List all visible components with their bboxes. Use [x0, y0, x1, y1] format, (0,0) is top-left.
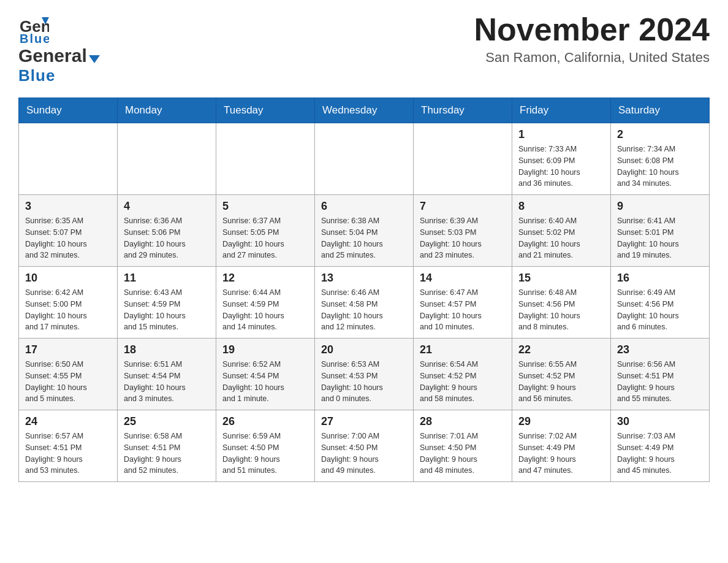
day-number: 14	[420, 272, 506, 285]
calendar-cell: 20Sunrise: 6:53 AMSunset: 4:53 PMDayligh…	[315, 339, 414, 410]
day-number: 22	[518, 343, 604, 356]
calendar-cell	[414, 123, 512, 195]
day-number: 8	[518, 200, 604, 213]
day-info: Sunrise: 6:46 AMSunset: 4:58 PMDaylight:…	[321, 287, 407, 333]
calendar-cell: 12Sunrise: 6:44 AMSunset: 4:59 PMDayligh…	[216, 267, 315, 339]
day-number: 27	[321, 415, 407, 428]
weekday-header-tuesday: Tuesday	[216, 98, 315, 123]
calendar-cell: 8Sunrise: 6:40 AMSunset: 5:02 PMDaylight…	[512, 195, 611, 267]
week-row-4: 17Sunrise: 6:50 AMSunset: 4:55 PMDayligh…	[19, 339, 710, 410]
calendar-cell: 4Sunrise: 6:36 AMSunset: 5:06 PMDaylight…	[118, 195, 216, 267]
week-row-5: 24Sunrise: 6:57 AMSunset: 4:51 PMDayligh…	[19, 410, 710, 482]
calendar-cell: 24Sunrise: 6:57 AMSunset: 4:51 PMDayligh…	[19, 410, 118, 482]
day-number: 9	[617, 200, 703, 213]
calendar-cell: 16Sunrise: 6:49 AMSunset: 4:56 PMDayligh…	[611, 267, 710, 339]
day-info: Sunrise: 6:59 AMSunset: 4:50 PMDaylight:…	[222, 431, 308, 477]
calendar-cell: 15Sunrise: 6:48 AMSunset: 4:56 PMDayligh…	[512, 267, 611, 339]
day-number: 2	[617, 128, 703, 141]
day-info: Sunrise: 6:48 AMSunset: 4:56 PMDaylight:…	[518, 287, 604, 333]
day-info: Sunrise: 6:42 AMSunset: 5:00 PMDaylight:…	[25, 287, 111, 333]
calendar-cell: 11Sunrise: 6:43 AMSunset: 4:59 PMDayligh…	[118, 267, 216, 339]
day-number: 13	[321, 272, 407, 285]
day-number: 25	[124, 415, 210, 428]
logo-triangle	[89, 55, 100, 63]
weekday-header-wednesday: Wednesday	[315, 98, 414, 123]
calendar-table: SundayMondayTuesdayWednesdayThursdayFrid…	[18, 98, 710, 482]
day-info: Sunrise: 6:57 AMSunset: 4:51 PMDaylight:…	[25, 431, 111, 477]
calendar-cell: 23Sunrise: 6:56 AMSunset: 4:51 PMDayligh…	[611, 339, 710, 410]
day-number: 18	[124, 343, 210, 356]
calendar-cell: 13Sunrise: 6:46 AMSunset: 4:58 PMDayligh…	[315, 267, 414, 339]
day-number: 26	[222, 415, 308, 428]
weekday-header-row: SundayMondayTuesdayWednesdayThursdayFrid…	[19, 98, 710, 123]
day-number: 20	[321, 343, 407, 356]
calendar-cell	[118, 123, 216, 195]
day-number: 1	[518, 128, 604, 141]
day-info: Sunrise: 6:43 AMSunset: 4:59 PMDaylight:…	[124, 287, 210, 333]
calendar-cell: 17Sunrise: 6:50 AMSunset: 4:55 PMDayligh…	[19, 339, 118, 410]
day-number: 19	[222, 343, 308, 356]
day-number: 23	[617, 343, 703, 356]
day-number: 17	[25, 343, 111, 356]
day-number: 28	[420, 415, 506, 428]
calendar-cell	[216, 123, 315, 195]
calendar-cell: 2Sunrise: 7:34 AMSunset: 6:08 PMDaylight…	[611, 123, 710, 195]
week-row-2: 3Sunrise: 6:35 AMSunset: 5:07 PMDaylight…	[19, 195, 710, 267]
day-info: Sunrise: 6:53 AMSunset: 4:53 PMDaylight:…	[321, 359, 407, 405]
day-info: Sunrise: 7:34 AMSunset: 6:08 PMDaylight:…	[617, 144, 703, 190]
day-number: 12	[222, 272, 308, 285]
day-info: Sunrise: 6:49 AMSunset: 4:56 PMDaylight:…	[617, 287, 703, 333]
day-info: Sunrise: 6:41 AMSunset: 5:01 PMDaylight:…	[617, 215, 703, 261]
day-number: 16	[617, 272, 703, 285]
calendar-cell: 29Sunrise: 7:02 AMSunset: 4:49 PMDayligh…	[512, 410, 611, 482]
day-info: Sunrise: 6:44 AMSunset: 4:59 PMDaylight:…	[222, 287, 308, 333]
day-info: Sunrise: 6:37 AMSunset: 5:05 PMDaylight:…	[222, 215, 308, 261]
calendar-subtitle: San Ramon, California, United States	[474, 50, 710, 66]
calendar-cell: 14Sunrise: 6:47 AMSunset: 4:57 PMDayligh…	[414, 267, 512, 339]
calendar-cell: 9Sunrise: 6:41 AMSunset: 5:01 PMDaylight…	[611, 195, 710, 267]
page-header: General Blue General Blue November 2024 …	[18, 12, 710, 85]
day-info: Sunrise: 6:39 AMSunset: 5:03 PMDaylight:…	[420, 215, 506, 261]
svg-text:Blue: Blue	[20, 32, 49, 43]
day-info: Sunrise: 6:51 AMSunset: 4:54 PMDaylight:…	[124, 359, 210, 405]
calendar-title: November 2024	[474, 12, 710, 47]
day-number: 7	[420, 200, 506, 213]
day-number: 6	[321, 200, 407, 213]
calendar-cell: 25Sunrise: 6:58 AMSunset: 4:51 PMDayligh…	[118, 410, 216, 482]
day-number: 4	[124, 200, 210, 213]
calendar-cell	[19, 123, 118, 195]
day-info: Sunrise: 6:56 AMSunset: 4:51 PMDaylight:…	[617, 359, 703, 405]
day-info: Sunrise: 6:35 AMSunset: 5:07 PMDaylight:…	[25, 215, 111, 261]
calendar-cell: 18Sunrise: 6:51 AMSunset: 4:54 PMDayligh…	[118, 339, 216, 410]
day-info: Sunrise: 6:52 AMSunset: 4:54 PMDaylight:…	[222, 359, 308, 405]
calendar-cell: 7Sunrise: 6:39 AMSunset: 5:03 PMDaylight…	[414, 195, 512, 267]
weekday-header-saturday: Saturday	[611, 98, 710, 123]
day-info: Sunrise: 7:33 AMSunset: 6:09 PMDaylight:…	[518, 144, 604, 190]
calendar-cell: 21Sunrise: 6:54 AMSunset: 4:52 PMDayligh…	[414, 339, 512, 410]
calendar-cell: 10Sunrise: 6:42 AMSunset: 5:00 PMDayligh…	[19, 267, 118, 339]
day-number: 29	[518, 415, 604, 428]
day-info: Sunrise: 7:00 AMSunset: 4:50 PMDaylight:…	[321, 431, 407, 477]
day-info: Sunrise: 6:47 AMSunset: 4:57 PMDaylight:…	[420, 287, 506, 333]
calendar-cell: 30Sunrise: 7:03 AMSunset: 4:49 PMDayligh…	[611, 410, 710, 482]
calendar-cell: 6Sunrise: 6:38 AMSunset: 5:04 PMDaylight…	[315, 195, 414, 267]
day-info: Sunrise: 6:38 AMSunset: 5:04 PMDaylight:…	[321, 215, 407, 261]
calendar-cell: 1Sunrise: 7:33 AMSunset: 6:09 PMDaylight…	[512, 123, 611, 195]
day-number: 24	[25, 415, 111, 428]
logo-icon: General Blue	[18, 12, 49, 43]
weekday-header-thursday: Thursday	[414, 98, 512, 123]
day-number: 30	[617, 415, 703, 428]
day-number: 21	[420, 343, 506, 356]
weekday-header-sunday: Sunday	[19, 98, 118, 123]
day-number: 15	[518, 272, 604, 285]
logo-blue: Blue	[18, 66, 55, 85]
weekday-header-monday: Monday	[118, 98, 216, 123]
calendar-cell: 26Sunrise: 6:59 AMSunset: 4:50 PMDayligh…	[216, 410, 315, 482]
title-section: November 2024 San Ramon, California, Uni…	[474, 12, 710, 66]
day-info: Sunrise: 6:40 AMSunset: 5:02 PMDaylight:…	[518, 215, 604, 261]
day-number: 10	[25, 272, 111, 285]
week-row-3: 10Sunrise: 6:42 AMSunset: 5:00 PMDayligh…	[19, 267, 710, 339]
weekday-header-friday: Friday	[512, 98, 611, 123]
day-info: Sunrise: 7:02 AMSunset: 4:49 PMDaylight:…	[518, 431, 604, 477]
calendar-cell	[315, 123, 414, 195]
